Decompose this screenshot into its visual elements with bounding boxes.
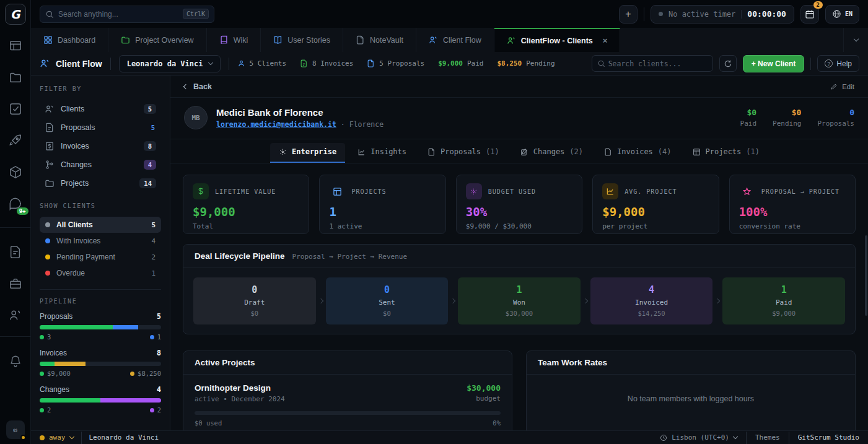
tab-projects[interactable]: Projects(1) — [684, 143, 768, 163]
sidebar-item-invoices[interactable]: Invoices 8 — [40, 137, 161, 155]
sidebar-item-proposals[interactable]: Proposals 5 — [40, 118, 161, 137]
client-filter-with-invoices[interactable]: With Invoices 4 — [40, 233, 161, 249]
project-row[interactable]: Ornithopter Design active • December 202… — [183, 375, 512, 430]
edit-button[interactable]: Edit — [830, 83, 854, 90]
budget-percent: 0% — [493, 419, 501, 427]
tab-user-stories[interactable]: User Stories — [261, 28, 343, 52]
timer-widget[interactable]: No active timer 00:00:00 — [651, 5, 794, 24]
presence-selector[interactable]: away — [40, 433, 74, 442]
gitscrum-logo[interactable]: G — [5, 4, 26, 25]
star-icon — [742, 187, 752, 196]
item-count: 14 — [139, 178, 156, 188]
grid-icon — [43, 35, 53, 45]
briefcase-icon[interactable] — [8, 276, 23, 291]
calendar-button[interactable]: 2 — [800, 5, 819, 24]
client-filter-all[interactable]: All Clients 5 — [40, 217, 161, 233]
client-search-input[interactable] — [608, 59, 708, 68]
tasks-icon[interactable] — [8, 102, 23, 116]
project-budget: $30,000 — [467, 383, 501, 393]
client-search[interactable] — [592, 55, 713, 72]
chevron-right-icon — [317, 299, 325, 303]
tab-invoices[interactable]: Invoices(4) — [595, 143, 680, 163]
back-button[interactable]: Back — [184, 82, 212, 91]
users-icon — [40, 58, 50, 69]
layout-icon — [333, 187, 342, 196]
question-icon: ? — [825, 59, 833, 67]
client-filter-overdue[interactable]: Overdue 1 — [40, 265, 161, 281]
rocket-icon[interactable] — [8, 133, 23, 148]
help-button[interactable]: ? Help — [817, 55, 859, 72]
client-filter-pending-payment[interactable]: Pending Payment 2 — [40, 249, 161, 265]
pipeline-proposals: Proposals5 3 1 — [40, 312, 161, 341]
chat-icon[interactable]: 9+ — [8, 196, 23, 211]
pencil-icon — [830, 83, 838, 90]
pipeline-title: Deal Lifecycle Pipeline — [195, 251, 285, 261]
tab-proposals[interactable]: Proposals(1) — [419, 143, 508, 163]
filter-by-heading: FILTER BY — [40, 85, 161, 92]
sidebar-item-clients[interactable]: Clients 5 — [40, 100, 161, 118]
scrollbar[interactable] — [865, 235, 867, 316]
sidebar-item-projects[interactable]: Projects 14 — [40, 174, 161, 193]
timer-status-dot — [659, 12, 663, 16]
boards-icon[interactable] — [8, 38, 23, 53]
sidebar-item-changes[interactable]: Changes 4 — [40, 155, 161, 174]
kpi-lifetime-value: LIFETIME VALUE $9,000 Total — [183, 175, 309, 234]
pipeline-heading: PIPELINE — [40, 298, 161, 305]
stage-won: 1 Won $30,000 — [458, 277, 581, 324]
global-search[interactable]: CtrlK — [40, 6, 214, 23]
stage-invoiced: 4 Invoiced $14,250 — [590, 277, 713, 324]
notifications-icon[interactable] — [8, 354, 23, 368]
filter-count: 2 — [151, 253, 156, 261]
folder-icon — [45, 178, 55, 188]
global-search-input[interactable] — [58, 10, 178, 19]
close-tab-icon[interactable]: × — [603, 36, 608, 45]
tab-changes[interactable]: Changes(2) — [512, 143, 592, 163]
users-icon — [45, 104, 55, 114]
tab-client-flow[interactable]: Client Flow — [416, 28, 494, 52]
language-label: EN — [845, 11, 853, 17]
refresh-button[interactable] — [719, 55, 737, 72]
client-pending-stat: $0 Pending — [773, 108, 801, 128]
filter-label: With Invoices — [56, 237, 100, 245]
timezone-selector[interactable]: Lisbon (UTC+0) — [660, 433, 737, 442]
projects-folder-icon[interactable] — [8, 70, 23, 85]
refresh-icon — [724, 59, 732, 68]
tab-enterprise[interactable]: Enterprise — [270, 143, 345, 163]
filter-dot — [45, 271, 50, 276]
tab-clientflow-clients[interactable]: ClientFlow - Clients × — [494, 28, 621, 52]
tab-insights[interactable]: Insights — [349, 143, 415, 163]
project-selector[interactable]: Leonardo da Vinci — [119, 55, 221, 72]
client-paid-stat: $0 Paid — [740, 108, 757, 128]
add-button[interactable]: + — [619, 5, 638, 24]
calendar-icon — [805, 9, 815, 19]
tab-dashboard[interactable]: Dashboard — [31, 28, 108, 52]
user-icon — [237, 59, 245, 67]
timer-value: 00:00:00 — [747, 9, 786, 19]
tab-project-overview[interactable]: Project Overview — [108, 28, 206, 52]
new-client-button[interactable]: + New Client — [743, 55, 805, 72]
tab-label: Wiki — [234, 36, 248, 45]
tab-label: Client Flow — [443, 36, 481, 45]
package-icon[interactable] — [8, 165, 23, 180]
themes-button[interactable]: Themes — [755, 433, 780, 442]
chevron-right-icon — [582, 299, 589, 303]
chevron-right-icon — [714, 299, 721, 303]
language-button[interactable]: EN — [825, 5, 859, 24]
tab-wiki[interactable]: Wiki — [207, 28, 261, 52]
client-email[interactable]: lorenzo.medici@medicibank.it — [216, 120, 336, 129]
user-avatar[interactable]: GS — [6, 420, 25, 439]
tab-label: User Stories — [287, 36, 330, 45]
tab-notevault[interactable]: NoteVault — [343, 28, 416, 52]
tab-overflow-button[interactable] — [843, 28, 868, 52]
kpi-projects: PROJECTS 1 1 active — [319, 175, 445, 234]
team-icon[interactable] — [8, 308, 23, 323]
kpi-conversion: PROPOSAL → PROJECT 100% conversion rate — [729, 175, 856, 234]
filter-count: 5 — [151, 221, 156, 229]
status-dot — [20, 435, 26, 440]
invoice-icon — [45, 141, 55, 151]
filter-label: All Clients — [56, 220, 93, 229]
documents-icon[interactable] — [8, 245, 23, 259]
sparkle-icon — [279, 148, 287, 156]
search-icon — [45, 10, 54, 19]
file-icon — [604, 148, 612, 156]
